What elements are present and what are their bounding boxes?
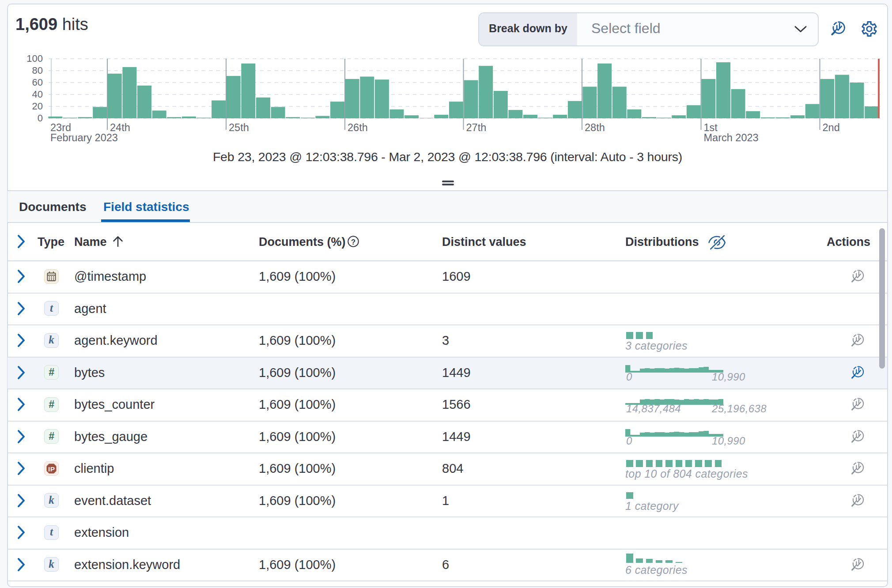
- svg-text:?: ?: [351, 238, 355, 246]
- svg-text:IP: IP: [48, 465, 55, 473]
